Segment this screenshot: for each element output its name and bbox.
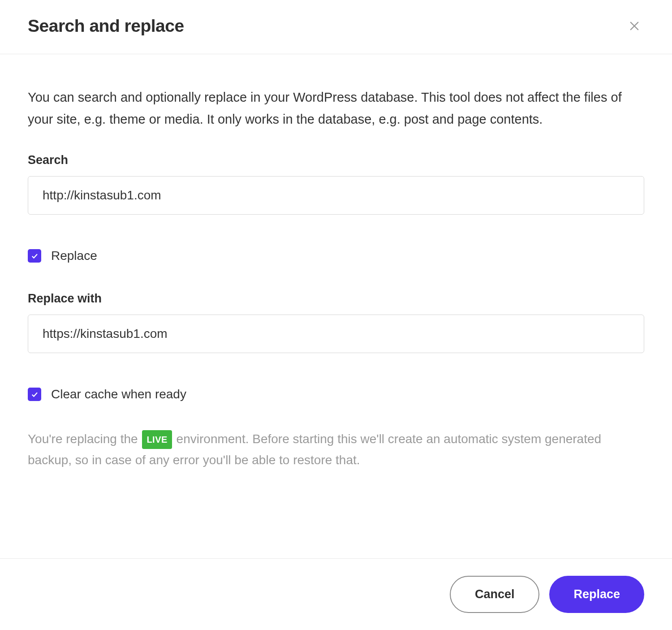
close-button[interactable] [625,16,644,36]
search-input[interactable] [28,176,644,215]
replace-checkbox-label[interactable]: Replace [51,249,97,263]
clear-cache-checkbox-label[interactable]: Clear cache when ready [51,387,186,401]
clear-cache-checkbox[interactable] [28,388,41,401]
dialog-footer: Cancel Replace [0,558,672,630]
info-prefix: You're replacing the [28,432,141,446]
dialog-title: Search and replace [28,16,184,36]
search-label: Search [28,153,644,167]
environment-info: You're replacing the LIVE environment. B… [28,428,644,471]
check-icon [30,252,39,260]
live-badge: LIVE [142,430,172,449]
check-icon [30,390,39,398]
replace-with-label: Replace with [28,292,644,306]
dialog-body: You can search and optionally replace in… [0,54,672,558]
replace-checkbox[interactable] [28,249,41,263]
search-field-group: Search [28,153,644,215]
dialog-description: You can search and optionally replace in… [28,86,644,131]
replace-with-input[interactable] [28,315,644,353]
clear-cache-checkbox-row: Clear cache when ready [28,387,644,401]
replace-with-field-group: Replace with [28,292,644,353]
cancel-button[interactable]: Cancel [450,576,540,613]
close-icon [628,20,641,32]
replace-checkbox-row: Replace [28,249,644,263]
replace-button[interactable]: Replace [549,576,644,613]
dialog-header: Search and replace [0,0,672,54]
